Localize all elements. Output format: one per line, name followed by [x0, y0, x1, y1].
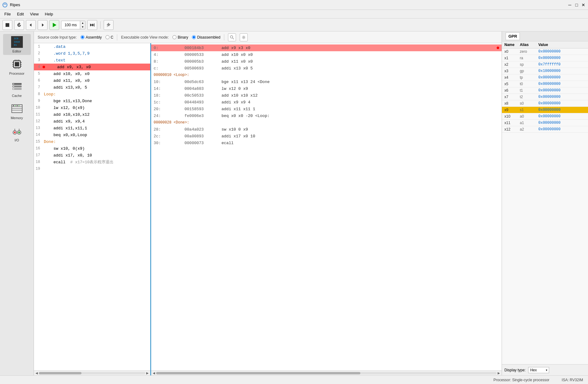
svg-rect-27 — [13, 86, 14, 87]
disasm-hex-1-5: fe0006e3 — [184, 114, 222, 118]
binary-radio[interactable] — [172, 35, 176, 39]
assembly-radio[interactable] — [81, 35, 85, 39]
disasm-scroll-left[interactable]: ◀ — [152, 371, 156, 375]
svg-rect-10 — [15, 62, 19, 66]
menu-help[interactable]: Help — [42, 10, 56, 18]
c-radio-option[interactable]: C — [106, 35, 114, 40]
gpr-reg-value-x9: 0x00000000 — [538, 108, 586, 112]
sidebar-item-io[interactable]: I/O — [3, 123, 31, 144]
assembly-line-1[interactable]: 1 .data — [34, 43, 150, 50]
disasm-row-2-2[interactable]: 30:00000073ecall — [151, 140, 502, 146]
disasm-row-1-2[interactable]: 18:00c50533add x10 x10 x12 — [151, 92, 502, 99]
disasm-row-0-3[interactable]: c:00500693addi x13 x0 5 — [151, 65, 502, 72]
assembly-line-13[interactable]: 13 addi x11,x11,1 — [34, 125, 150, 131]
processor-icon — [11, 58, 23, 70]
disassembled-radio[interactable] — [192, 35, 196, 39]
close-button[interactable]: ✕ — [581, 3, 586, 7]
main-area: 1C0 1010 01 Editor — [0, 31, 588, 375]
maximize-button[interactable]: □ — [574, 3, 579, 7]
gpr-reg-name-x12: x12 — [504, 127, 520, 131]
menu-file[interactable]: File — [1, 10, 14, 18]
menu-edit[interactable]: Edit — [14, 10, 27, 18]
disasm-row-0-2[interactable]: 8:000005b3add x11 x0 x0 — [151, 58, 502, 65]
sidebar-item-processor[interactable]: Processor — [3, 56, 31, 77]
scroll-left-arrow[interactable]: ◀ — [35, 371, 39, 375]
disasm-row-2-0[interactable]: 28:00a4a023sw x10 0 x9 — [151, 126, 502, 133]
assembly-line-14[interactable]: 14 beq x0,x0,Loop — [34, 131, 150, 138]
assembly-line-17[interactable]: 17 addi x17, x0, 10 — [34, 152, 150, 159]
sidebar-item-memory[interactable]: Memory — [3, 101, 31, 122]
gpr-header: GPR — [502, 31, 588, 41]
assembly-line-2[interactable]: 2 .word 1,3,5,7,9 — [34, 50, 150, 57]
assembly-line-6[interactable]: 6 add x11, x0, x0 — [34, 77, 150, 84]
sidebar-item-cache[interactable]: Cache — [3, 78, 31, 99]
disasm-instr-2-1: addi x17 x0 10 — [222, 134, 499, 139]
play-button[interactable] — [49, 20, 59, 30]
disasm-row-0-1[interactable]: 4:00000533add x10 x0 x0 — [151, 51, 502, 58]
assembly-line-12[interactable]: 12 addi x9, x9,4 — [34, 118, 150, 125]
menu-view[interactable]: View — [27, 10, 42, 18]
disasm-row-1-0[interactable]: 10:00d5dc63bge x11 x13 24 <Done — [151, 78, 502, 85]
disasm-row-0-0[interactable]: 0:000184b3add x9 x3 x0 — [151, 44, 502, 51]
assembly-line-7[interactable]: 7 addi x13,x0, 5 — [34, 84, 150, 91]
assembly-line-9[interactable]: 9 bge x11,x13,Done — [34, 98, 150, 104]
assembly-line-5[interactable]: 5 add x10, x0, x0 — [34, 70, 150, 77]
speed-value: 100 ms — [61, 23, 80, 27]
assembly-line-10[interactable]: 10 lw x12, 0(x9) — [34, 104, 150, 111]
gpr-reg-name-x7: x7 — [504, 95, 520, 99]
assembly-radio-option[interactable]: Assembly — [81, 35, 102, 40]
disasm-row-1-5[interactable]: 24:fe0006e3beq x0 x0 -20 <Loop: — [151, 112, 502, 119]
stop-button[interactable] — [2, 20, 12, 30]
disasm-row-2-1[interactable]: 2c:00a00893addi x17 x0 10 — [151, 133, 502, 140]
gpr-reg-value-x10: 0x00000000 — [538, 114, 586, 119]
scrollbar-track-disasm — [156, 372, 497, 374]
pin-button[interactable] — [104, 20, 114, 30]
fast-forward-button[interactable] — [87, 20, 97, 30]
disasm-row-1-1[interactable]: 14:0004a603lw x12 0 x9 — [151, 85, 502, 92]
disasm-scrollbar[interactable]: ◀ ▶ — [151, 370, 502, 375]
step-forward-button[interactable] — [38, 20, 48, 30]
speed-up-arrow[interactable]: ▲ — [80, 21, 85, 25]
settings-button[interactable] — [240, 33, 248, 41]
assembly-scrollbar[interactable]: ◀ ▶ — [34, 370, 150, 375]
sidebar-item-editor[interactable]: 1C0 1010 01 Editor — [3, 34, 31, 55]
binary-radio-option[interactable]: Binary — [172, 35, 188, 40]
assembly-line-11[interactable]: 11 add x10,x10,x12 — [34, 111, 150, 118]
gpr-row-x5: x5t00x00000000 — [502, 81, 588, 87]
assembly-line-8[interactable]: 8Loop: — [34, 91, 150, 98]
assembly-line-19[interactable]: 19 — [34, 165, 150, 172]
minimize-button[interactable]: ─ — [568, 3, 572, 7]
svg-rect-1 — [6, 23, 9, 27]
scroll-right-arrow[interactable]: ▶ — [145, 371, 150, 375]
svg-point-40 — [18, 131, 20, 133]
gpr-col-value: Value — [538, 43, 586, 47]
assembly-line-18[interactable]: 18 ecall # x17=10表示程序退出 — [34, 159, 150, 165]
disasm-row-1-4[interactable]: 20:00158593addi x11 x11 1 — [151, 106, 502, 112]
gpr-tab[interactable]: GPR — [506, 32, 520, 40]
svg-rect-35 — [17, 105, 18, 106]
assembly-line-3[interactable]: 3 .text — [34, 57, 150, 64]
disasm-scroll-right[interactable]: ▶ — [497, 371, 501, 375]
line-number-19: 19 — [34, 167, 43, 171]
disasm-table[interactable]: 0:000184b3add x9 x3 x04:00000533add x10 … — [151, 43, 502, 370]
assembly-line-4[interactable]: 4 add x9, x3, x0 — [34, 64, 150, 70]
c-radio[interactable] — [106, 35, 110, 39]
gpr-row-x8: x8s00x00000000 — [502, 100, 588, 107]
disasm-row-1-3[interactable]: 1c:00448493addi x9 x9 4 — [151, 99, 502, 106]
assembly-line-15[interactable]: 15Done: — [34, 138, 150, 145]
disasm-instr-1-1: lw x12 0 x9 — [222, 86, 499, 91]
gpr-reg-name-x8: x8 — [504, 101, 520, 106]
assembly-radio-label: Assembly — [86, 35, 102, 40]
display-type-select[interactable]: Hex Decimal Binary — [528, 367, 549, 373]
gpr-reg-value-x3: 0x10000000 — [538, 69, 586, 73]
assembly-editor[interactable]: 1 .data2 .word 1,3,5,7,93 .text4 add x9,… — [34, 43, 150, 370]
search-button[interactable] — [228, 33, 236, 41]
reset-button[interactable] — [14, 20, 24, 30]
disassembled-radio-option[interactable]: Disassembled — [192, 35, 220, 40]
speed-down-arrow[interactable]: ▼ — [80, 25, 85, 29]
disasm-hex-1-1: 0004a603 — [184, 86, 222, 91]
step-back-button[interactable] — [26, 20, 36, 30]
scrollbar-thumb-disasm — [156, 372, 360, 374]
svg-marker-5 — [90, 23, 92, 27]
assembly-line-16[interactable]: 16 sw x10, 0(x9) — [34, 145, 150, 152]
